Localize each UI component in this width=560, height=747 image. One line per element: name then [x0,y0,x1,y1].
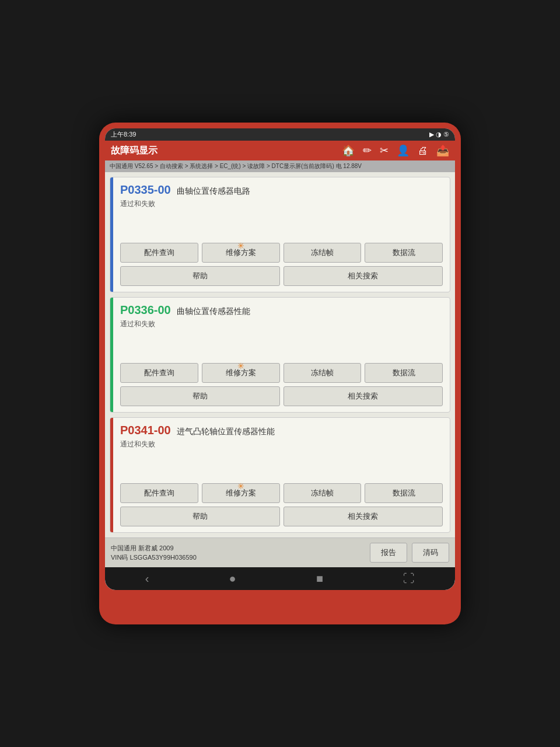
dtc-name-3: 进气凸轮轴位置传感器性能 [177,427,275,437]
star-icon-2: ✳ [237,361,244,371]
dtc2-btn-parts[interactable]: 配件查询 [120,363,198,383]
dtc1-btn-help[interactable]: 帮助 [120,266,280,286]
screen: 上午8:39 ▶ ◑ ⑤ 故障码显示 🏠 ✏ ✂ 👤 🖨 📤 中国通用 V52.… [105,128,455,590]
dtc-code-1: P0335-00 [120,183,171,197]
dtc-body-2: P0336-00 曲轴位置传感器性能 通过和失败 配件查询 ✳ 维修方案 [113,298,450,412]
dtc1-btn-freeze[interactable]: 冻结帧 [284,243,362,263]
dtc-status-1: 通过和失败 [120,199,443,209]
dtc2-btn-search[interactable]: 相关搜索 [284,386,443,406]
dtc-btn-row-2a: 配件查询 ✳ 维修方案 冻结帧 数据流 [120,363,443,383]
bottom-actions: 报告 清码 [370,543,449,563]
bottom-info-line2: VIN码 LSGGA53Y99H036590 [111,553,197,563]
dtc-btn-row-3b: 帮助 相关搜索 [120,507,443,526]
nav-home-icon[interactable]: 🏠 [342,144,355,157]
star-icon-3: ✳ [237,481,244,491]
bottom-info: 中国通用 新君威 2009 VIN码 LSGGA53Y99H036590 [111,543,197,563]
status-time: 上午8:39 [111,130,136,139]
dtc-card-1: P0335-00 曲轴位置传感器电路 通过和失败 配件查询 ✳ 维修方案 [110,177,450,292]
nav-bar: 故障码显示 🏠 ✏ ✂ 👤 🖨 📤 [105,141,455,160]
dtc3-btn-help[interactable]: 帮助 [120,507,280,526]
dtc-body-3: P0341-00 进气凸轮轴位置传感器性能 通过和失败 配件查询 ✳ 维修方案 [113,418,450,532]
dtc-btn-row-1a: 配件查询 ✳ 维修方案 冻结帧 数据流 [120,243,443,263]
report-button[interactable]: 报告 [370,543,407,563]
nav-edit-icon[interactable]: ✏ [363,144,372,157]
nav-title: 故障码显示 [111,145,334,157]
dtc1-btn-search[interactable]: 相关搜索 [284,266,443,286]
status-bar: 上午8:39 ▶ ◑ ⑤ [105,128,455,141]
star-icon-1: ✳ [237,241,244,250]
dtc3-btn-repair[interactable]: ✳ 维修方案 [202,483,280,503]
dtc3-btn-parts[interactable]: 配件查询 [120,483,198,503]
dtc-name-1: 曲轴位置传感器电路 [177,186,250,197]
device-frame: 上午8:39 ▶ ◑ ⑤ 故障码显示 🏠 ✏ ✂ 👤 🖨 📤 中国通用 V52.… [99,123,461,624]
dtc3-btn-datastream[interactable]: 数据流 [365,483,443,503]
dtc-buttons-3: 配件查询 ✳ 维修方案 冻结帧 数据流 帮助 相关搜索 [120,483,443,526]
dtc2-btn-freeze[interactable]: 冻结帧 [284,363,362,383]
bottom-bar: 中国通用 新君威 2009 VIN码 LSGGA53Y99H036590 报告 … [105,537,455,567]
dtc3-btn-search[interactable]: 相关搜索 [284,507,443,526]
android-back-button[interactable]: ‹ [145,572,149,585]
android-fullscreen-button[interactable]: ⛶ [403,572,415,585]
android-recent-button[interactable]: ■ [316,572,323,585]
dtc-card-3: P0341-00 进气凸轮轴位置传感器性能 通过和失败 配件查询 ✳ 维修方案 [110,417,450,533]
android-home-button[interactable]: ● [229,572,236,585]
dtc1-btn-repair[interactable]: ✳ 维修方案 [202,243,280,263]
content-area: P0335-00 曲轴位置传感器电路 通过和失败 配件查询 ✳ 维修方案 [105,172,455,537]
nav-user-icon[interactable]: 👤 [397,144,410,157]
dtc-btn-row-2b: 帮助 相关搜索 [120,386,443,406]
dtc3-btn-freeze[interactable]: 冻结帧 [284,483,362,503]
android-nav: ‹ ● ■ ⛶ [105,567,455,590]
bottom-info-line1: 中国通用 新君威 2009 [111,543,197,553]
dtc-code-2: P0336-00 [120,303,171,317]
dtc-name-2: 曲轴位置传感器性能 [177,306,250,317]
dtc-body-1: P0335-00 曲轴位置传感器电路 通过和失败 配件查询 ✳ 维修方案 [113,177,450,292]
dtc-status-2: 通过和失败 [120,319,443,329]
dtc-buttons-1: 配件查询 ✳ 维修方案 冻结帧 数据流 帮助 相关搜索 [120,243,443,286]
nav-print-icon[interactable]: 🖨 [418,145,428,157]
dtc-code-3: P0341-00 [120,424,171,437]
dtc-status-3: 通过和失败 [120,439,443,449]
status-icons: ▶ ◑ ⑤ [429,131,449,138]
clear-code-button[interactable]: 清码 [412,543,449,563]
dtc-btn-row-1b: 帮助 相关搜索 [120,266,443,286]
dtc1-btn-parts[interactable]: 配件查询 [120,243,198,263]
dtc-buttons-2: 配件查询 ✳ 维修方案 冻结帧 数据流 帮助 相关搜索 [120,363,443,406]
nav-export-icon[interactable]: 📤 [436,144,449,157]
dtc2-btn-datastream[interactable]: 数据流 [365,363,443,383]
dtc-btn-row-3a: 配件查询 ✳ 维修方案 冻结帧 数据流 [120,483,443,503]
dtc2-btn-help[interactable]: 帮助 [120,386,280,406]
nav-cut-icon[interactable]: ✂ [380,144,388,157]
dtc-card-2: P0336-00 曲轴位置传感器性能 通过和失败 配件查询 ✳ 维修方案 [110,297,450,413]
breadcrumb: 中国通用 V52.65 > 自动搜索 > 系统选择 > EC_(统) > 读故障… [105,160,455,172]
dtc1-btn-datastream[interactable]: 数据流 [365,243,443,263]
dtc2-btn-repair[interactable]: ✳ 维修方案 [202,363,280,383]
